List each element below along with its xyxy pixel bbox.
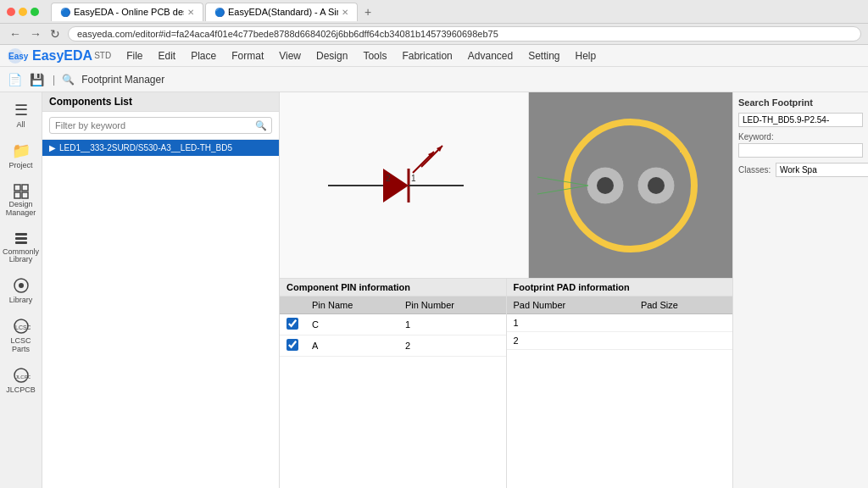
- tab-label-2: EasyEDA(Standard) - A Simpl...: [228, 7, 338, 17]
- pin-col-check: [280, 297, 305, 314]
- menu-view[interactable]: View: [272, 48, 308, 64]
- sidebar-item-design-manager[interactable]: DesignManager: [2, 177, 41, 223]
- menu-fabrication[interactable]: Fabrication: [395, 48, 459, 64]
- pad-number-1: 1: [507, 314, 634, 332]
- minimize-dot[interactable]: [19, 8, 27, 16]
- svg-text:2: 2: [386, 174, 391, 183]
- component-item-led1[interactable]: ▶ LED1__333-2SURD/S530-A3__LED-TH_BD5: [42, 140, 279, 156]
- app-container: Easy EasyEDA STD File Edit Place Format …: [0, 45, 868, 488]
- menu-setting[interactable]: Setting: [521, 48, 566, 64]
- left-sidebar: ☰ All 📁 Project DesignManager: [0, 92, 42, 488]
- menu-format[interactable]: Format: [225, 48, 270, 64]
- svg-rect-3: [22, 185, 28, 191]
- nav-buttons: ← → ↻: [7, 27, 63, 41]
- svg-text:1: 1: [411, 174, 416, 183]
- sidebar-label-project: Project: [8, 162, 32, 170]
- classes-input[interactable]: [776, 163, 868, 177]
- new-tab-button[interactable]: +: [359, 3, 376, 21]
- tab-close-icon[interactable]: ✕: [187, 8, 194, 17]
- sidebar-item-common-library[interactable]: CommonlyLibrary: [2, 225, 41, 270]
- menu-design[interactable]: Design: [309, 48, 354, 64]
- pad-table: Footprint PAD information Pad Number Pad…: [507, 279, 733, 488]
- toolbar: 📄 💾 | 🔍 Footprint Manager: [0, 67, 868, 92]
- library-icon: [12, 276, 31, 295]
- component-icon: ▶: [49, 143, 56, 152]
- pad-table-header: Footprint PAD information: [507, 279, 733, 297]
- tab-easyeda-pcb[interactable]: 🔵 EasyEDA - Online PCB design... ✕: [51, 3, 203, 21]
- sidebar-item-jlcpcb[interactable]: JLCPCB JLCPCB: [2, 361, 41, 400]
- tab-close-icon-2[interactable]: ✕: [342, 8, 348, 17]
- sidebar-item-lcsc[interactable]: LCSC LCSCParts: [2, 312, 41, 359]
- pin-col-number: Pin Number: [398, 297, 506, 314]
- preview-area: 2 1: [280, 92, 732, 279]
- logo-area: Easy EasyEDA STD: [7, 47, 111, 64]
- browser-tabs: 🔵 EasyEDA - Online PCB design... ✕ 🔵 Eas…: [51, 3, 861, 21]
- common-library-icon: [13, 230, 30, 247]
- project-icon: 📁: [12, 141, 31, 160]
- jlcpcb-icon: JLCPCB: [12, 366, 31, 385]
- sidebar-label-all: All: [16, 121, 25, 130]
- svg-rect-4: [14, 192, 20, 198]
- pad-number-2: 2: [507, 332, 634, 350]
- panel-header: Components List: [42, 92, 279, 112]
- close-dot[interactable]: [7, 8, 15, 16]
- save-icon[interactable]: 💾: [27, 70, 46, 89]
- footprint-svg: [537, 101, 724, 270]
- svg-point-30: [648, 177, 665, 194]
- menu-advanced[interactable]: Advanced: [461, 48, 520, 64]
- schematic-view: 2 1: [280, 92, 529, 278]
- menu-tools[interactable]: Tools: [356, 48, 393, 64]
- pin-number-c: 1: [398, 314, 506, 336]
- svg-rect-8: [15, 241, 27, 244]
- svg-text:JLCPCB: JLCPCB: [15, 374, 31, 380]
- logo-icon: Easy: [7, 47, 32, 64]
- refresh-button[interactable]: ↻: [47, 27, 63, 41]
- sidebar-label-common: CommonlyLibrary: [3, 248, 39, 265]
- search-input[interactable]: [49, 117, 272, 134]
- table-row: 1: [507, 314, 733, 332]
- sidebar-label-library: Library: [9, 297, 33, 305]
- svg-point-28: [597, 177, 614, 194]
- sidebar-label-lcsc: LCSCParts: [10, 337, 31, 354]
- sidebar-item-project[interactable]: 📁 Project: [2, 136, 41, 175]
- address-input[interactable]: [68, 26, 861, 42]
- menu-edit[interactable]: Edit: [152, 48, 183, 64]
- right-panel: Search Footprint Keyword: Classes:: [732, 92, 868, 488]
- search-icon-inline: 🔍: [255, 120, 267, 131]
- table-row: C 1: [280, 314, 506, 336]
- sidebar-item-library[interactable]: Library: [2, 271, 41, 310]
- classes-label: Classes:: [738, 165, 772, 175]
- hamburger-icon: ☰: [14, 101, 28, 119]
- breadcrumb: Footprint Manager: [81, 74, 164, 86]
- tab-label: EasyEDA - Online PCB design...: [74, 7, 184, 17]
- pad-size-1: [634, 314, 732, 332]
- tab-easyeda-standard[interactable]: 🔵 EasyEDA(Standard) - A Simpl... ✕: [205, 3, 358, 21]
- search-footprint-title: Search Footprint: [738, 97, 863, 108]
- menu-help[interactable]: Help: [569, 48, 604, 64]
- search-footprint-input[interactable]: [738, 113, 863, 127]
- table-row: 2: [507, 332, 733, 350]
- pin-checkbox-c[interactable]: [280, 314, 305, 336]
- address-bar: ← → ↻: [0, 24, 868, 45]
- menu-file[interactable]: File: [120, 48, 149, 64]
- svg-rect-7: [15, 237, 27, 240]
- pin-checkbox-a[interactable]: [280, 336, 305, 357]
- lcsc-icon: LCSC: [12, 317, 31, 336]
- back-button[interactable]: ←: [7, 27, 24, 41]
- sidebar-label-design: DesignManager: [6, 201, 36, 218]
- footprint-view: [529, 92, 732, 278]
- window-controls: [7, 8, 39, 16]
- keyword-input[interactable]: [738, 143, 863, 158]
- pin-col-name: Pin Name: [305, 297, 398, 314]
- center-view: 2 1: [280, 92, 732, 488]
- sidebar-item-all[interactable]: ☰ All: [2, 96, 41, 135]
- pin-table-data: Pin Name Pin Number C 1: [280, 297, 506, 357]
- search-bar: 🔍: [42, 112, 279, 140]
- forward-button[interactable]: →: [27, 27, 44, 41]
- table-row: A 2: [280, 336, 506, 357]
- svg-text:Easy: Easy: [8, 52, 29, 61]
- svg-rect-2: [14, 185, 20, 191]
- new-file-icon[interactable]: 📄: [5, 70, 24, 89]
- maximize-dot[interactable]: [31, 8, 39, 16]
- menu-place[interactable]: Place: [184, 48, 223, 64]
